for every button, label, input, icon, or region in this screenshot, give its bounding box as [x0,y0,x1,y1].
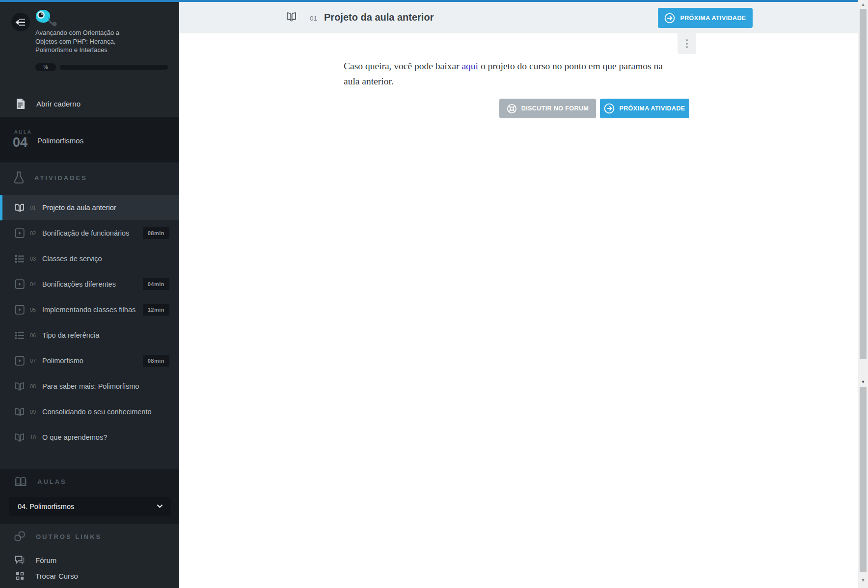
activity-label: Bonificações diferentes [42,280,116,288]
scrollbar[interactable]: ▲ ▼ ▼ [858,0,868,588]
book-icon [286,12,297,22]
next-activity-button-header[interactable]: PRÓXIMA ATIVIDADE [658,8,753,28]
lessons-section-label: AULAS [37,478,67,485]
current-lesson-band: AULA 04 Polimorfismos [0,117,179,162]
activity-item-02[interactable]: 02 Bonificação de funcionários 08min [0,220,179,246]
activity-item-04[interactable]: 04 Bonificações diferentes 04min [0,271,179,297]
activity-header-number: 01 [310,12,317,22]
scrollbar-thumb-content[interactable] [860,9,867,359]
sidebar-item-label: Trocar Curso [35,572,78,580]
activity-label: Tipo da referência [42,331,99,339]
activity-label: Bonificação de funcionários [42,229,129,237]
kebab-dot [686,46,688,48]
exercise-list-icon [14,255,26,263]
next-activity-button-content[interactable]: PRÓXIMA ATIVIDADE [600,99,689,118]
activities-section: ATIVIDADES 01 Projeto da aula anterior [0,162,179,469]
sidebar-item-forum[interactable]: Fórum [0,554,179,566]
sidebar: Avançando com Orientação a Objetos com P… [0,0,179,588]
download-project-link[interactable]: aqui [461,61,478,71]
collapse-arrow-icon [15,18,26,27]
next-activity-label: PRÓXIMA ATIVIDADE [619,105,685,112]
scroll-down-arrow-icon[interactable]: ▼ [858,577,868,583]
video-play-icon [14,356,26,366]
activity-label: O que aprendemos? [42,433,107,441]
duration-badge: 04min [143,278,169,290]
activity-instructions: Caso queira, você pode baixar aqui o pro… [344,59,663,89]
more-options-button[interactable] [678,33,696,54]
activity-item-01[interactable]: 01 Projeto da aula anterior [0,195,179,220]
other-links-section-header: OUTROS LINKS [14,531,102,542]
scroll-down-arrow-icon[interactable]: ▼ [858,379,868,385]
instruction-text: Caso queira, você pode baixar [344,61,461,71]
activity-label: Classes de serviço [42,255,102,263]
progress-bar [60,65,168,70]
activity-item-08[interactable]: 08 Para saber mais: Polimorfismo [0,374,179,399]
video-play-icon [14,305,26,315]
activity-number: 04 [30,281,41,287]
duration-badge: 12min [143,304,169,316]
activity-number: 05 [30,307,41,313]
discuss-forum-button[interactable]: DISCUTIR NO FORUM [499,99,596,118]
sidebar-item-trocar-curso[interactable]: Trocar Curso [0,569,179,582]
activities-section-label: ATIVIDADES [34,174,87,182]
activity-label: Polimorfismo [42,357,83,365]
notebook-document-icon [16,99,25,109]
top-accent-line [0,0,860,2]
book-icon [14,407,26,416]
kebab-dot [686,39,688,41]
lesson-kicker: AULA [14,130,32,135]
activity-number: 02 [30,230,41,236]
chevron-down-icon [157,504,163,508]
activity-item-03[interactable]: 03 Classes de serviço [0,246,179,271]
activity-number: 03 [30,256,41,262]
activities-list: 01 Projeto da aula anterior 02 Bonificaç… [0,195,179,450]
exercise-list-icon [14,331,26,340]
other-links-section-label: OUTROS LINKS [36,533,102,540]
activity-item-07[interactable]: 07 Polimorfismo 08min [0,348,179,374]
next-activity-label: PRÓXIMA ATIVIDADE [680,15,746,22]
activity-header: 01 Projeto da aula anterior [179,0,868,33]
lessons-section-header: AULAS [15,477,67,486]
book-icon [14,433,26,442]
activity-item-09[interactable]: 09 Consolidando o seu conhecimento [0,399,179,425]
lesson-number: 04 [13,135,27,150]
lesson-title: Polimorfismos [37,136,83,145]
book-icon [14,382,26,391]
activity-label: Implementando classes filhas [42,306,136,314]
discuss-forum-label: DISCUTIR NO FORUM [521,105,589,112]
activity-item-10[interactable]: 10 O que aprendemos? [0,425,179,450]
circle-arrow-right-icon [664,13,675,24]
collapse-sidebar-button[interactable] [11,13,30,31]
activity-number: 10 [30,434,41,440]
activity-number: 06 [30,332,41,338]
activities-section-header: ATIVIDADES [14,171,161,184]
course-title-line: Objetos com PHP: Herança, [35,37,129,46]
lessons-section: AULAS 04. Polimorfismos [0,469,179,524]
activity-item-06[interactable]: 06 Tipo da referência [0,322,179,348]
progress-percent-pill: % [35,63,56,71]
scroll-up-arrow-icon[interactable]: ▲ [858,1,868,7]
open-notebook-label: Abrir caderno [36,100,81,108]
video-play-icon [14,279,26,289]
activity-item-05[interactable]: 05 Implementando classes filhas 12min [0,297,179,322]
forum-lifebuoy-icon [507,104,517,114]
scrollbar-thumb-page[interactable] [860,387,867,572]
chain-link-icon [14,531,25,542]
sidebar-item-label: Fórum [35,556,56,564]
activity-number: 07 [30,358,41,364]
activity-number: 08 [30,383,41,389]
duration-badge: 08min [143,355,169,367]
chat-bubble-icon [15,556,25,564]
other-links-section: OUTROS LINKS Fórum Trocar Curso [0,524,179,588]
duration-badge: 08min [143,227,169,239]
flask-icon [14,171,24,184]
activity-label: Para saber mais: Polimorfismo [42,382,139,390]
course-title-line: Polimorfismo e Interfaces [35,46,129,54]
lesson-select-value: 04. Polimorfismos [18,503,74,510]
course-title-line: Avançando com Orientação a [35,28,129,37]
lesson-select-dropdown[interactable]: 04. Polimorfismos [9,497,171,516]
activity-number: 01 [30,205,41,211]
kebab-dot [686,43,688,45]
activity-label: Projeto da aula anterior [42,204,116,212]
open-notebook-button[interactable]: Abrir caderno [0,91,179,116]
